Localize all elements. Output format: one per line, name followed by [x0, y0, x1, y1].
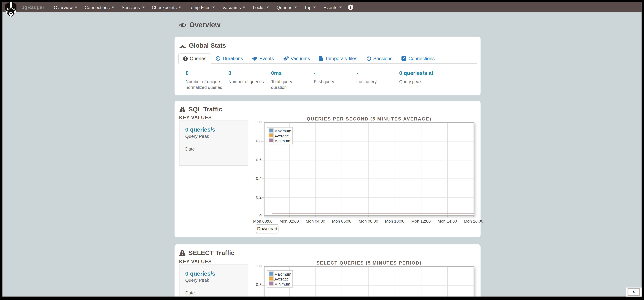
nav-item-overview[interactable]: Overview	[50, 2, 81, 12]
download-button[interactable]: Download	[256, 224, 278, 233]
gridline	[264, 141, 474, 141]
nav-item-queries[interactable]: Queries	[273, 2, 300, 12]
nav-item-events[interactable]: Events	[320, 2, 346, 12]
x-tick-label: Mon 08:00	[355, 219, 382, 223]
chevron-down-icon	[339, 6, 342, 8]
tab-label: Queries	[190, 56, 206, 61]
scroll-top-button[interactable]: ∧	[628, 288, 640, 296]
chevron-down-icon	[314, 6, 316, 8]
tab-label: Sessions	[373, 56, 392, 61]
nav-item-locks[interactable]: Locks	[249, 2, 273, 12]
nav-item-label: Locks	[253, 5, 264, 10]
file-icon	[319, 56, 323, 61]
chevron-down-icon	[243, 6, 245, 8]
legend-swatch-average	[268, 276, 274, 281]
nav-item-temp-files[interactable]: Temp Files	[185, 2, 219, 12]
stat-label: Query peak	[399, 79, 437, 84]
key-values-box: 0 queries/s Query Peak Date	[179, 264, 248, 300]
key-value: 0 queries/s	[185, 270, 215, 277]
x-tick-label: Mon 12:00	[408, 219, 434, 223]
chart-title: QUERIES PER SECOND (5 MINUTES AVERAGE)	[264, 116, 474, 121]
legend-row: Average	[268, 133, 291, 138]
legend-label: Maximum	[274, 272, 291, 276]
gridline	[342, 123, 342, 215]
gridline	[316, 123, 316, 215]
x-tick-label: Mon 02:00	[276, 219, 302, 223]
tab-vacuums[interactable]: Vacuums	[278, 54, 314, 63]
x-tick-label: Mon 04:00	[302, 219, 328, 223]
global-stats-panel: Global Stats ? Queries Durations Events	[174, 37, 480, 95]
tab-label: Vacuums	[291, 56, 310, 61]
brand-pgbadger[interactable]: pgBadger	[21, 4, 44, 10]
tab-label: Events	[260, 56, 274, 61]
legend-row: Average	[268, 276, 291, 281]
stat-label: Last query	[356, 79, 394, 84]
y-tick-label: 1.0	[245, 264, 262, 268]
stat-number-of-queries: 0Number of queries	[228, 70, 271, 90]
legend-label: Minimum	[274, 281, 290, 286]
axis-tick	[316, 215, 316, 217]
key-value-label: Query Peak	[185, 278, 209, 282]
legend-row: Maximum	[268, 271, 291, 276]
stat-value: 0ms	[271, 70, 314, 76]
gridline	[368, 123, 369, 215]
nav-item-checkpoints[interactable]: Checkpoints	[148, 2, 185, 12]
axis-tick	[447, 215, 448, 217]
x-tick-label: Mon 14:00	[434, 219, 460, 223]
select-traffic-title-text: SELECT Traffic	[188, 249, 234, 257]
axis-tick	[262, 179, 264, 179]
nav-item-label: Queries	[276, 5, 292, 10]
date-label: Date	[185, 290, 195, 295]
y-tick-label: 1.0	[245, 120, 262, 124]
tab-durations[interactable]: Durations	[211, 54, 248, 63]
chevron-down-icon	[179, 6, 181, 8]
axis-tick	[395, 215, 395, 217]
y-tick-label: 0	[245, 214, 262, 218]
select-traffic-title: SELECT Traffic	[179, 249, 234, 257]
nav-item-label: Overview	[54, 5, 72, 10]
zero-value-series-line	[272, 214, 474, 214]
tab-events[interactable]: Events	[248, 54, 278, 63]
nav-item-label: Top	[304, 5, 312, 10]
key-value-label: Query Peak	[185, 134, 209, 138]
y-tick-label: 0.8	[245, 139, 262, 143]
axis-tick	[262, 160, 264, 161]
page-title: Overview	[179, 21, 220, 29]
stat-value: 0 queries/s at	[399, 70, 442, 76]
select-queries-chart[interactable]: Maximum Average Minimum	[264, 266, 474, 300]
queries-per-second-chart[interactable]: Maximum Average Minimum	[264, 122, 474, 216]
tab-connections[interactable]: Connections	[397, 54, 439, 63]
legend-label: Average	[274, 276, 289, 281]
sql-traffic-title-text: SQL Traffic	[188, 106, 222, 113]
gridline	[264, 160, 474, 161]
legend-swatch-maximum	[268, 271, 274, 276]
x-tick-label: Mon 00:00	[250, 219, 276, 223]
chevron-down-icon	[142, 6, 144, 8]
axis-tick	[262, 285, 264, 286]
key-value: 0 queries/s	[185, 126, 215, 133]
road-icon	[179, 250, 186, 256]
tab-queries[interactable]: ? Queries	[178, 54, 211, 64]
stat-total-duration: 0msTotal query duration	[271, 70, 314, 90]
stat-label: Number of unique normalized queries	[186, 79, 224, 90]
stat-label: First query	[314, 79, 352, 84]
nav-item-sessions[interactable]: Sessions	[118, 2, 148, 12]
stat-value: -	[356, 70, 399, 76]
page-background: pgBadger Overview Connections Sessions C…	[0, 0, 644, 300]
tab-temporary-files[interactable]: Temporary files	[314, 54, 362, 63]
nav-item-connections[interactable]: Connections	[81, 2, 118, 12]
tachometer-icon	[179, 43, 186, 48]
legend-swatch-minimum	[268, 138, 274, 143]
stat-value: 0	[186, 70, 228, 76]
tab-label: Connections	[408, 56, 434, 61]
tab-sessions[interactable]: Sessions	[362, 54, 397, 63]
axis-tick	[264, 215, 265, 217]
info-icon[interactable]: i	[348, 5, 353, 10]
legend-label: Maximum	[274, 128, 291, 133]
nav-item-vacuums[interactable]: Vacuums	[219, 2, 249, 12]
gridline	[342, 267, 342, 300]
nav-item-label: Vacuums	[222, 5, 241, 10]
stat-value: -	[314, 70, 356, 76]
nav-item-top[interactable]: Top	[300, 2, 320, 12]
legend-row: Maximum	[268, 128, 291, 133]
